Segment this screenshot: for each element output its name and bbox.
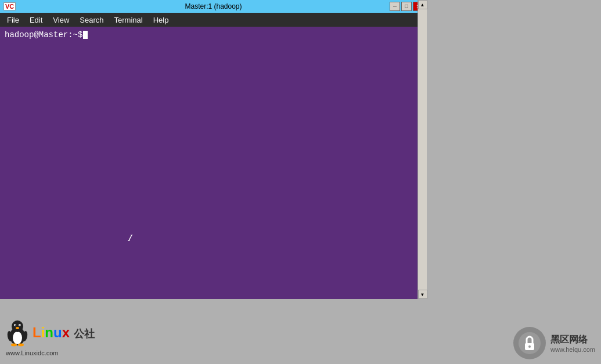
prompt-line: hadoop@Master:~$ — [5, 30, 422, 39]
menu-bar: File Edit View Search Terminal Help — [0, 13, 427, 27]
heiqu-circle-icon — [513, 327, 546, 359]
gongshe-label: 公社 — [74, 328, 95, 340]
title-bar-left: VC — [3, 2, 16, 10]
heiqu-icon-svg — [518, 331, 541, 355]
minimize-button[interactable]: ─ — [390, 2, 400, 11]
vc-logo: VC — [3, 2, 16, 10]
linux-logo-group: Linux 公社 — [6, 319, 95, 347]
scroll-up-button[interactable]: ▲ — [418, 0, 427, 9]
scroll-track[interactable] — [418, 9, 427, 290]
linux-L: L — [33, 325, 41, 340]
menu-help[interactable]: Help — [149, 15, 174, 26]
terminal-cursor — [83, 31, 88, 39]
mouse-cursor-icon: 𝐼 — [128, 233, 131, 244]
tux-icon — [6, 319, 29, 347]
heiqu-logo: 黑区网络 www.heiqu.com — [513, 327, 595, 359]
linux-u: u — [53, 325, 62, 340]
title-bar: VC Master:1 (hadoop) ─ □ ✕ — [0, 0, 427, 13]
linuxidc-logo: Linux 公社 www.Linuxidc.com — [6, 319, 95, 358]
terminal-area[interactable]: hadoop@Master:~$ 𝐼 — [0, 27, 427, 299]
scroll-down-button[interactable]: ▼ — [418, 290, 427, 299]
heiqu-name-label: 黑区网络 — [550, 334, 595, 346]
menu-file[interactable]: File — [2, 15, 24, 26]
linux-text: Linux 公社 — [33, 325, 95, 341]
menu-terminal[interactable]: Terminal — [110, 15, 147, 26]
svg-point-9 — [18, 344, 24, 347]
svg-point-2 — [12, 320, 23, 332]
scrollbar[interactable]: ▲ ▼ — [418, 0, 427, 299]
terminal-window: VC Master:1 (hadoop) ─ □ ✕ File Edit Vie… — [0, 0, 427, 299]
maximize-button[interactable]: □ — [401, 2, 412, 11]
svg-point-14 — [528, 345, 531, 348]
menu-search[interactable]: Search — [75, 15, 108, 26]
svg-point-1 — [13, 331, 22, 344]
terminal-prompt: hadoop@Master:~$ — [5, 30, 82, 39]
menu-view[interactable]: View — [48, 15, 74, 26]
menu-edit[interactable]: Edit — [25, 15, 47, 26]
linux-n: n — [45, 325, 53, 340]
svg-point-5 — [15, 325, 16, 326]
heiqu-url-label: www.heiqu.com — [550, 346, 595, 353]
svg-point-7 — [16, 327, 19, 329]
linux-x: x — [62, 325, 70, 340]
svg-point-6 — [20, 325, 21, 326]
linuxidc-url: www.Linuxidc.com — [6, 348, 58, 358]
heiqu-text: 黑区网络 www.heiqu.com — [550, 334, 595, 353]
svg-point-8 — [11, 344, 17, 347]
window-title: Master:1 (hadoop) — [185, 2, 242, 10]
